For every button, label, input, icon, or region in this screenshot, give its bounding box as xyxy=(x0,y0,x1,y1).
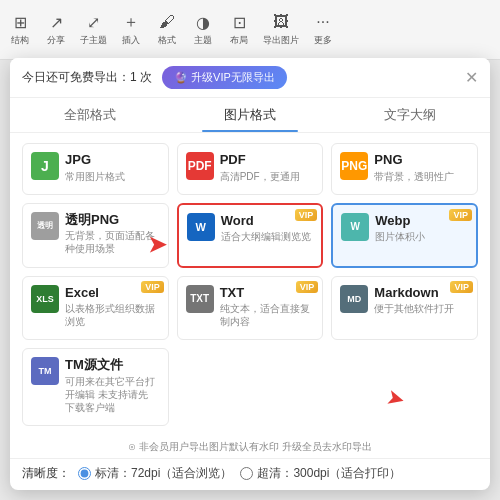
excel-desc: 以表格形式组织数据浏览 xyxy=(65,302,160,328)
close-button[interactable]: ✕ xyxy=(465,68,478,87)
markdown-desc: 便于其他软件打开 xyxy=(374,302,454,315)
format-card-markdown[interactable]: MD Markdown 便于其他软件打开 VIP xyxy=(331,276,478,341)
format-card-jpg[interactable]: J JPG 常用图片格式 xyxy=(22,143,169,195)
word-icon: W xyxy=(187,213,215,241)
pdf-desc: 高清PDF，更通用 xyxy=(220,170,300,183)
toolbar-icon-export[interactable]: 🖼 导出图片 xyxy=(263,12,299,47)
format-card-transpng[interactable]: 透明 透明PNG 无背景，页面适配各种使用场景 xyxy=(22,203,169,268)
toolbar-icon-share[interactable]: ↗ 分享 xyxy=(44,12,68,47)
free-export-text: 今日还可免费导出：1 次 xyxy=(22,69,152,86)
tab-row: 全部格式 图片格式 文字大纲 xyxy=(10,98,490,133)
format-grid: J JPG 常用图片格式 PDF PDF 高清PDF，更通用 PNG xyxy=(10,133,490,436)
jpg-desc: 常用图片格式 xyxy=(65,170,125,183)
watermark-note: ⊙ 非会员用户导出图片默认有水印 升级全员去水印导出 xyxy=(10,436,490,458)
transpng-desc: 无背景，页面适配各种使用场景 xyxy=(65,229,160,255)
resolution-standard-label: 标清：72dpi（适合浏览） xyxy=(95,465,232,482)
webp-title: Webp xyxy=(375,213,425,229)
webp-icon: W xyxy=(341,213,369,241)
format-card-tm[interactable]: TM TM源文件 可用来在其它平台打开编辑 未支持请先 下载客户端 xyxy=(22,348,169,426)
excel-vip-badge: VIP xyxy=(141,281,164,293)
modal-header: 今日还可免费导出：1 次 🔮 升级VIP无限导出 ✕ xyxy=(10,58,490,98)
word-vip-badge: VIP xyxy=(295,209,318,221)
txt-desc: 纯文本，适合直接复制内容 xyxy=(220,302,315,328)
resolution-standard-radio[interactable] xyxy=(78,467,91,480)
toolbar-icon-theme[interactable]: ◑ 主题 xyxy=(191,12,215,47)
format-card-png[interactable]: PNG PNG 带背景，透明性广 xyxy=(331,143,478,195)
png-title: PNG xyxy=(374,152,454,168)
txt-vip-badge: VIP xyxy=(296,281,319,293)
toolbar: ⊞ 结构 ↗ 分享 ⤢ 子主题 ＋ 插入 🖌 格式 ◑ 主题 ⊡ 布局 🖼 xyxy=(0,0,500,60)
tab-image-formats[interactable]: 图片格式 xyxy=(170,98,330,132)
resolution-row: 清晰度： 标清：72dpi（适合浏览） 超清：300dpi（适合打印） xyxy=(10,458,490,490)
format-card-word[interactable]: W Word 适合大纲编辑测览览 VIP xyxy=(177,203,324,268)
transpng-icon: 透明 xyxy=(31,212,59,240)
toolbar-icon-structure[interactable]: ⊞ 结构 xyxy=(8,12,32,47)
format-card-webp[interactable]: W Webp 图片体积小 VIP xyxy=(331,203,478,268)
webp-desc: 图片体积小 xyxy=(375,230,425,243)
resolution-label: 清晰度： xyxy=(22,465,70,482)
excel-icon: XLS xyxy=(31,285,59,313)
transpng-title: 透明PNG xyxy=(65,212,160,228)
toolbar-icons: ⊞ 结构 ↗ 分享 ⤢ 子主题 ＋ 插入 🖌 格式 ◑ 主题 ⊡ 布局 🖼 xyxy=(8,12,335,47)
format-card-excel[interactable]: XLS Excel 以表格形式组织数据浏览 VIP xyxy=(22,276,169,341)
tm-desc: 可用来在其它平台打开编辑 未支持请先 下载客户端 xyxy=(65,375,160,414)
tab-text-outline[interactable]: 文字大纲 xyxy=(330,98,490,132)
webp-vip-badge: VIP xyxy=(449,209,472,221)
resolution-high-radio[interactable] xyxy=(240,467,253,480)
tab-all-formats[interactable]: 全部格式 xyxy=(10,98,170,132)
toolbar-icon-more[interactable]: ··· 更多 xyxy=(311,12,335,47)
tm-icon: TM xyxy=(31,357,59,385)
resolution-high-label: 超清：300dpi（适合打印） xyxy=(257,465,401,482)
markdown-vip-badge: VIP xyxy=(450,281,473,293)
toolbar-icon-insert[interactable]: ＋ 插入 xyxy=(119,12,143,47)
markdown-title: Markdown xyxy=(374,285,454,301)
word-desc: 适合大纲编辑测览览 xyxy=(221,230,311,243)
pdf-title: PDF xyxy=(220,152,300,168)
png-icon: PNG xyxy=(340,152,368,180)
txt-icon: TXT xyxy=(186,285,214,313)
toolbar-icon-subtree[interactable]: ⤢ 子主题 xyxy=(80,12,107,47)
upgrade-vip-button[interactable]: 🔮 升级VIP无限导出 xyxy=(162,66,287,89)
jpg-title: JPG xyxy=(65,152,125,168)
resolution-high-option[interactable]: 超清：300dpi（适合打印） xyxy=(240,465,401,482)
jpg-icon: J xyxy=(31,152,59,180)
resolution-standard-option[interactable]: 标清：72dpi（适合浏览） xyxy=(78,465,232,482)
markdown-icon: MD xyxy=(340,285,368,313)
export-modal: 今日还可免费导出：1 次 🔮 升级VIP无限导出 ✕ 全部格式 图片格式 文字大… xyxy=(10,58,490,490)
toolbar-icon-format[interactable]: 🖌 格式 xyxy=(155,12,179,47)
png-desc: 带背景，透明性广 xyxy=(374,170,454,183)
format-card-txt[interactable]: TXT TXT 纯文本，适合直接复制内容 VIP xyxy=(177,276,324,341)
format-card-pdf[interactable]: PDF PDF 高清PDF，更通用 xyxy=(177,143,324,195)
toolbar-icon-layout[interactable]: ⊡ 布局 xyxy=(227,12,251,47)
pdf-icon: PDF xyxy=(186,152,214,180)
tm-title: TM源文件 xyxy=(65,357,160,373)
